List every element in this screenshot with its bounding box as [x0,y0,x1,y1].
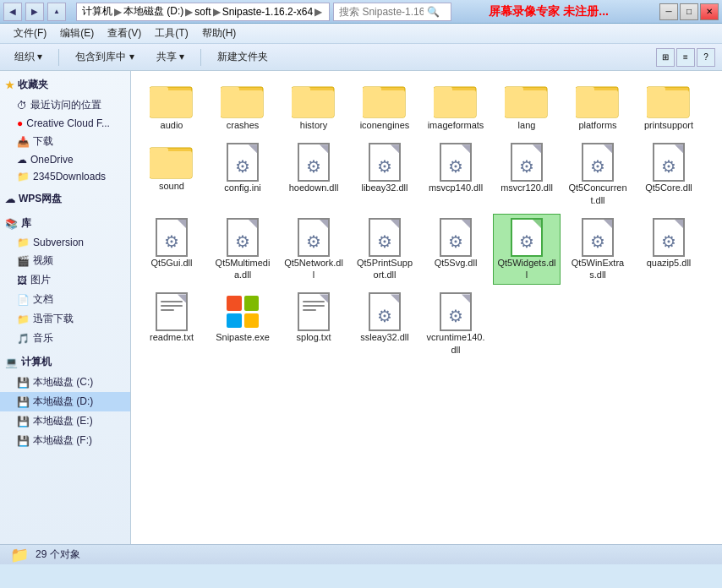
file-msvcp140[interactable]: ⚙ msvcp140.dll [422,139,490,210]
include-button[interactable]: 包含到库中 ▾ [68,46,141,68]
file-qt5printsupport[interactable]: ⚙ Qt5PrintSupport.dll [351,214,418,286]
sidebar-drive-e[interactable]: 💾 本地磁盘 (E:) [0,411,130,431]
sidebar-item-docs[interactable]: 📄 文档 [0,290,130,309]
sidebar-computer-header[interactable]: 💻 计算机 [0,351,130,373]
menu-file[interactable]: 文件(F) [7,24,53,42]
file-qt5gui[interactable]: ⚙ Qt5Gui.dll [138,214,205,286]
folder-platforms-name: platforms [578,119,616,131]
svg-rect-14 [434,87,452,92]
file-vcruntime140[interactable]: ⚙ vcruntime140.dll [422,288,490,360]
file-ssleay32[interactable]: ⚙ ssleay32.dll [351,288,418,360]
qt5core-icon: ⚙ [653,143,685,182]
svg-rect-1 [150,90,192,117]
menu-help[interactable]: 帮助(H) [195,24,243,42]
sidebar: ★ 收藏夹 ⏱ 最近访问的位置 ● Creative Cloud F... 📥 … [0,71,131,544]
sidebar-item-video[interactable]: 🎬 视频 [0,251,130,270]
qt5winextras-icon: ⚙ [582,218,614,257]
folder-platforms[interactable]: platforms [564,78,632,135]
folder-printsupport[interactable]: printsupport [635,78,703,135]
status-folder-icon: 📁 [10,546,29,564]
new-folder-button[interactable]: 新建文件夹 [210,46,276,68]
path-folder: Snipaste-1.16.2-x64 [222,6,313,18]
folder-history[interactable]: history [280,78,347,135]
folder-iconengines[interactable]: iconengines [351,78,418,135]
minimize-button[interactable]: ─ [659,3,678,20]
view-grid-button[interactable]: ⊞ [656,48,675,67]
folder-crashes[interactable]: crashes [209,78,276,135]
toolbar: 组织 ▾ 包含到库中 ▾ 共享 ▾ 新建文件夹 ⊞ ≡ ? [0,44,722,71]
file-qt5widgets[interactable]: ⚙ Qt5Widgets.dll [493,214,561,286]
file-qt5multimedia-name: Qt5Multimedia.dll [213,257,272,281]
sidebar-computer-section: 💻 计算机 💾 本地磁盘 (C:) 💾 本地磁盘 (D:) 💾 本地磁盘 (E:… [0,351,130,450]
sidebar-drive-d[interactable]: 💾 本地磁盘 (D:) [0,392,130,411]
folder-imageformats[interactable]: imageformats [422,78,490,135]
vcruntime140-icon: ⚙ [440,292,472,331]
maximize-button[interactable]: □ [680,3,698,20]
menu-edit[interactable]: 编辑(E) [53,24,101,42]
address-path[interactable]: 计算机 ▶ 本地磁盘 (D:) ▶ soft ▶ Snipaste-1.16.2… [76,3,330,21]
file-hoedown[interactable]: ⚙ hoedown.dll [280,139,347,210]
file-qt5winextras[interactable]: ⚙ Qt5WinExtras.dll [564,214,632,286]
sidebar-wps-header[interactable]: ☁ WPS网盘 [0,188,130,210]
file-msvcr120[interactable]: ⚙ msvcr120.dll [493,139,561,210]
sidebar-library-header[interactable]: 📚 库 [0,213,130,234]
search-input[interactable] [339,6,424,18]
up-button[interactable]: ▲ [47,3,66,21]
wps-label: WPS网盘 [19,192,62,206]
file-libeay32[interactable]: ⚙ libeay32.dll [351,139,418,210]
view-buttons: ⊞ ≡ ? [656,48,715,67]
sidebar-item-2345[interactable]: 📁 2345Downloads [0,168,130,185]
sidebar-drive-c[interactable]: 💾 本地磁盘 (C:) [0,373,130,392]
file-qt5concurrent[interactable]: ⚙ Qt5Concurrent.dll [564,139,632,210]
sidebar-item-subversion[interactable]: 📁 Subversion [0,234,130,251]
qt5concurrent-icon: ⚙ [582,143,614,182]
docs-label: 文档 [33,292,53,307]
file-qt5svg[interactable]: ⚙ Qt5Svg.dll [422,214,490,286]
file-quazip5[interactable]: ⚙ quazip5.dll [635,214,703,286]
back-button[interactable]: ◀ [3,3,22,21]
file-libeay32-name: libeay32.dll [361,182,407,193]
sidebar-item-creative-cloud[interactable]: ● Creative Cloud F... [0,115,130,132]
folder-iconengines-name: iconengines [360,119,410,131]
2345-icon: 📁 [17,171,30,182]
sidebar-item-onedrive[interactable]: ☁ OneDrive [0,151,130,168]
close-button[interactable]: ✕ [700,3,719,20]
folder-lang[interactable]: lang [493,78,561,135]
view-details-button[interactable]: ≡ [676,48,695,67]
sidebar-item-download[interactable]: 📥 下载 [0,132,130,151]
folder-audio[interactable]: audio [138,78,205,135]
title-bar: ◀ ▶ ▲ 计算机 ▶ 本地磁盘 (D:) ▶ soft ▶ Snipaste-… [0,0,722,24]
search-box[interactable]: 🔍 [333,3,451,21]
svg-rect-26 [150,148,168,153]
sidebar-item-thunder[interactable]: 📁 迅雷下载 [0,309,130,329]
file-qt5core[interactable]: ⚙ Qt5Core.dll [635,139,703,210]
file-splog[interactable]: splog.txt [280,288,347,360]
sidebar-item-music[interactable]: 🎵 音乐 [0,329,130,348]
sidebar-favorites-header[interactable]: ★ 收藏夹 [0,74,130,95]
file-snipaste-exe[interactable]: Snipaste.exe [209,288,276,360]
folder-sound[interactable]: sound [138,139,205,210]
title-bar-controls: ─ □ ✕ [659,3,719,20]
star-icon: ★ [5,79,14,91]
sidebar-item-recent[interactable]: ⏱ 最近访问的位置 [0,95,130,115]
svg-rect-23 [647,87,665,92]
forward-button[interactable]: ▶ [25,3,44,21]
sidebar-drive-f[interactable]: 💾 本地磁盘 (F:) [0,431,130,450]
share-button[interactable]: 共享 ▾ [149,46,192,68]
sidebar-item-pictures[interactable]: 🖼 图片 [0,270,130,290]
file-qt5multimedia[interactable]: ⚙ Qt5Multimedia.dll [209,214,276,286]
libeay32-icon: ⚙ [369,143,401,182]
qt5widgets-icon: ⚙ [511,218,543,257]
status-bar: 📁 29 个对象 [0,544,722,564]
svg-rect-13 [434,90,476,117]
config-ini-icon: ⚙ [227,143,259,182]
menu-view[interactable]: 查看(V) [101,24,148,42]
organize-button[interactable]: 组织 ▾ [7,46,50,68]
file-qt5network[interactable]: ⚙ Qt5Network.dll [280,214,347,286]
file-config-ini[interactable]: ⚙ config.ini [209,139,276,210]
file-readme[interactable]: readme.txt [138,288,205,360]
svg-rect-16 [505,90,547,117]
svg-rect-8 [292,87,310,92]
menu-tools[interactable]: 工具(T) [148,24,194,42]
view-help-button[interactable]: ? [697,48,715,67]
